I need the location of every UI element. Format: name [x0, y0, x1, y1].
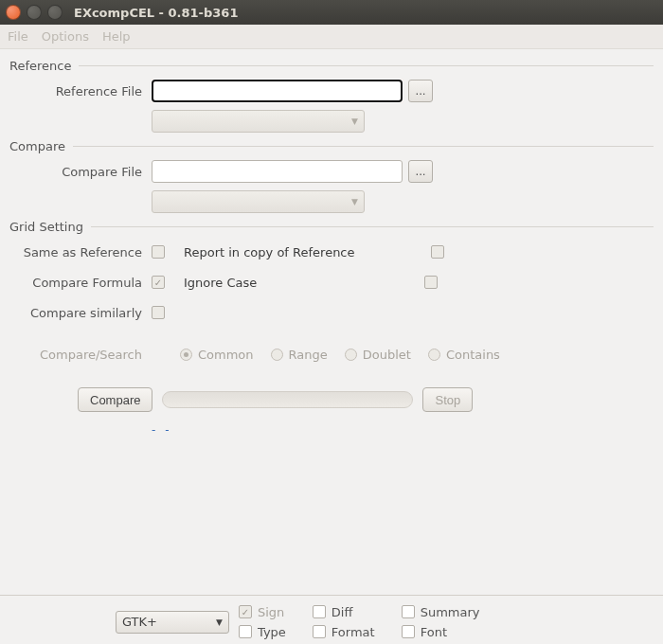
- checkbox-diff-wrap[interactable]: Diff: [313, 605, 375, 619]
- compare-browse-button[interactable]: ...: [408, 160, 433, 183]
- window-close-icon[interactable]: [6, 5, 21, 20]
- compare-file-input[interactable]: [152, 160, 403, 183]
- group-grid-setting: Grid Setting Same as Reference Report in…: [9, 220, 654, 442]
- divider: [73, 146, 654, 147]
- checkbox-same-as-reference[interactable]: [152, 245, 165, 259]
- menu-file[interactable]: File: [8, 29, 28, 44]
- main-content: Reference Reference File ... ▼ Compare C…: [0, 49, 663, 595]
- label-compare-file: Compare File: [9, 165, 152, 179]
- checkbox-report-in-copy[interactable]: [431, 245, 444, 259]
- divider: [79, 65, 654, 66]
- menu-help[interactable]: Help: [102, 29, 131, 44]
- label-compare-formula: Compare Formula: [9, 276, 152, 290]
- checkbox-compare-similarly[interactable]: [152, 306, 165, 319]
- radio-common-wrap[interactable]: Common: [180, 348, 254, 362]
- progress-bar: [162, 391, 413, 408]
- group-reference: Reference Reference File ... ▼: [9, 59, 654, 134]
- group-title-grid: Grid Setting: [9, 220, 91, 234]
- reference-browse-button[interactable]: ...: [408, 80, 433, 102]
- radio-doublet-wrap[interactable]: Doublet: [345, 348, 411, 362]
- label-reference-file: Reference File: [9, 84, 152, 98]
- checkbox-diff: [313, 605, 326, 618]
- divider: [91, 226, 654, 227]
- checkbox-format: [313, 625, 326, 638]
- checkbox-compare-formula[interactable]: [152, 276, 165, 289]
- chevron-down-icon: ▼: [216, 617, 223, 627]
- group-compare: Compare Compare File ... ▼: [9, 139, 654, 214]
- checkbox-font: [402, 625, 415, 638]
- compare-button[interactable]: Compare: [78, 387, 152, 412]
- group-title-reference: Reference: [9, 59, 79, 73]
- chevron-down-icon: ▼: [351, 116, 358, 126]
- menubar: File Options Help: [0, 25, 663, 49]
- stop-button: Stop: [422, 387, 473, 412]
- checkbox-type-wrap[interactable]: Type: [239, 625, 286, 639]
- chevron-down-icon: ▼: [351, 197, 358, 206]
- label-ignore-case: Ignore Case: [184, 276, 257, 290]
- checkbox-type: [239, 625, 252, 638]
- checkbox-sign: [239, 605, 252, 618]
- radio-common: [180, 349, 192, 361]
- checkbox-format-wrap[interactable]: Format: [313, 625, 375, 639]
- group-title-compare: Compare: [9, 139, 73, 153]
- checkbox-ignore-case[interactable]: [424, 276, 438, 289]
- label-report-in-copy: Report in copy of Reference: [184, 245, 355, 259]
- theme-dropdown[interactable]: GTK+ ▼: [116, 611, 229, 634]
- radio-doublet: [345, 349, 357, 361]
- checkbox-font-wrap[interactable]: Font: [402, 625, 480, 639]
- reference-file-input[interactable]: [152, 80, 403, 102]
- compare-sheet-dropdown[interactable]: ▼: [152, 190, 365, 213]
- radio-range-wrap[interactable]: Range: [271, 348, 328, 362]
- window-minimize-icon[interactable]: [27, 5, 42, 20]
- window-maximize-icon[interactable]: [47, 5, 63, 20]
- window-title: EXcompCEL - 0.81-b361: [74, 6, 238, 20]
- radio-contains-wrap[interactable]: Contains: [428, 348, 500, 362]
- theme-value: GTK+: [122, 615, 157, 629]
- label-compare-search: Compare/Search: [9, 348, 152, 362]
- radio-range: [271, 349, 283, 361]
- titlebar: EXcompCEL - 0.81-b361: [0, 0, 663, 25]
- checkbox-sign-wrap[interactable]: Sign: [239, 605, 286, 619]
- label-compare-similarly: Compare similarly: [9, 306, 152, 320]
- checkbox-summary: [402, 605, 415, 618]
- footer-bar: GTK+ ▼ Sign Diff Summary Type Format Fon…: [0, 595, 663, 644]
- result-link-placeholder: - -: [152, 423, 171, 437]
- label-same-as-reference: Same as Reference: [9, 245, 152, 259]
- checkbox-summary-wrap[interactable]: Summary: [402, 605, 480, 619]
- radio-contains: [428, 349, 440, 361]
- reference-sheet-dropdown[interactable]: ▼: [152, 110, 365, 133]
- menu-options[interactable]: Options: [42, 29, 89, 44]
